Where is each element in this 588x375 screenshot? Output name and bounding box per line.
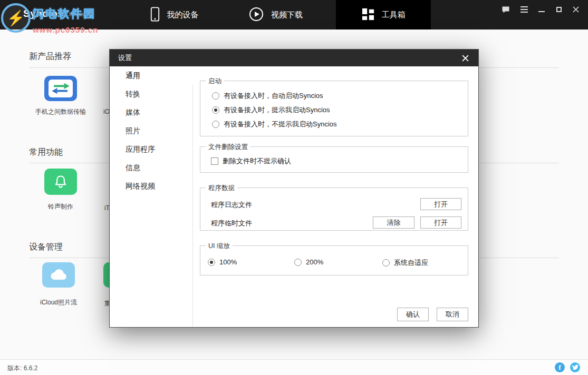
settings-dialog: 设置 通用 转换 媒体 照片 应用程序 信息 网络视频 启动 [109,49,479,328]
radio-icon[interactable] [212,92,219,100]
facebook-icon[interactable]: f [555,362,565,372]
minimize-button[interactable] [537,5,546,14]
grid-icon [362,8,374,22]
tab-my-device[interactable]: 我的设备 [126,0,223,29]
dialog-title: 设置 [118,53,132,63]
section-title-new-products: 新产品推荐 [29,51,71,62]
maximize-button[interactable] [554,5,564,14]
radio-icon[interactable] [382,259,390,267]
radio-icon[interactable] [212,121,219,128]
log-files-label: 程序日志文件 [211,200,252,210]
settings-nav-online-video[interactable]: 网络视频 [110,177,192,195]
tab-label: 视频下载 [271,10,303,20]
tab-toolbox[interactable]: 工具箱 [336,0,431,29]
radio-icon[interactable] [294,259,302,266]
tool-label: 手机之间数据传输 [28,107,93,116]
radio-auto-start[interactable]: 有设备接入时，自动启动Syncios [212,91,323,101]
dialog-close-icon[interactable] [460,53,470,63]
app-logo: Syncios [23,8,63,19]
radio-label: 有设备接入时，自动启动Syncios [224,91,323,101]
radio-label: 有设备接入时，不提示我启动Syncios [224,120,337,129]
tab-label: 工具箱 [382,10,406,20]
program-data-group: 程序数据 程序日志文件 打开 程序临时文件 清除 打开 [200,188,468,231]
settings-nav: 通用 转换 媒体 照片 应用程序 信息 网络视频 [110,66,193,327]
tool-label: iCloud照片流 [26,298,91,307]
radio-scale-100[interactable]: 100% [208,258,237,266]
dialog-titlebar: 设置 [110,50,478,66]
checkbox-no-confirm-delete[interactable]: 删除文件时不提示确认 [211,156,291,166]
radio-scale-auto[interactable]: 系统自适应 [382,258,428,268]
section-title-common-functions: 常用功能 [29,147,63,158]
app-edition: Ultimate [66,12,86,17]
open-temp-button[interactable]: 打开 [420,216,461,229]
twitter-icon[interactable] [570,362,580,372]
dialog-body: 通用 转换 媒体 照片 应用程序 信息 网络视频 启动 有设备接入时，自动启动S… [110,66,478,327]
open-log-button[interactable]: 打开 [420,198,461,210]
clear-temp-button[interactable]: 清除 [373,216,415,229]
hamburger-lines [520,6,528,13]
radio-prompt-start[interactable]: 有设备接入时，提示我启动Syncios [212,105,330,115]
section-title-device-management: 设备管理 [29,242,63,253]
ui-scale-group: UI 缩放 100% 200% 系统自适应 [200,245,468,275]
confirm-button[interactable]: 确认 [397,308,429,321]
settings-nav-general[interactable]: 通用 [110,66,192,85]
startup-group: 启动 有设备接入时，自动启动Syncios 有设备接入时，提示我启动Syncio… [200,81,468,136]
tool-icloud-photostream[interactable]: iCloud照片流 [26,262,91,307]
settings-content: 启动 有设备接入时，自动启动Syncios 有设备接入时，提示我启动Syncio… [193,66,478,327]
phone-icon [150,6,160,24]
tab-label: 我的设备 [167,10,199,20]
close-window-button[interactable] [571,5,581,14]
checkbox-label: 删除文件时不提示确认 [223,156,291,166]
radio-no-prompt-start[interactable]: 有设备接入时，不提示我启动Syncios [212,120,337,129]
checkbox-icon[interactable] [211,157,218,165]
radio-icon-checked[interactable] [212,106,219,114]
tool-label: 铃声制作 [28,202,93,211]
settings-nav-apps[interactable]: 应用程序 [110,140,192,159]
play-icon [249,7,264,23]
settings-nav-convert[interactable]: 转换 [110,85,192,103]
version-label: 版本: 6.6.2 [7,364,37,373]
program-data-legend: 程序数据 [206,184,237,193]
tool-phone-transfer[interactable]: 手机之间数据传输 [28,76,93,116]
menu-icon[interactable] [519,5,529,14]
cloud-icon [42,262,75,288]
settings-nav-media[interactable]: 媒体 [110,103,192,122]
app-window: Syncios Ultimate 我的设备 视频下载 工具箱 [0,0,588,375]
tool-ringtone-maker[interactable]: 铃声制作 [28,169,93,211]
temp-files-label: 程序临时文件 [211,219,252,228]
startup-legend: 启动 [206,77,224,86]
ui-scale-legend: UI 缩放 [206,242,233,251]
cancel-button[interactable]: 取消 [437,308,468,321]
radio-icon-checked[interactable] [208,259,215,266]
transfer-icon [44,76,77,101]
tab-video-download[interactable]: 视频下载 [226,0,326,29]
radio-label: 有设备接入时，提示我启动Syncios [224,105,330,115]
radio-label: 100% [219,258,237,266]
radio-label: 系统自适应 [394,258,428,268]
titlebar: Syncios Ultimate 我的设备 视频下载 工具箱 [0,0,588,29]
file-delete-legend: 文件删除设置 [206,143,250,152]
status-bar: 版本: 6.6.2 f [0,359,588,375]
bell-icon [44,169,77,195]
settings-nav-messages[interactable]: 信息 [110,159,192,177]
radio-label: 200% [306,258,323,266]
file-delete-group: 文件删除设置 删除文件时不提示确认 [200,146,468,173]
feedback-icon[interactable] [501,5,510,14]
settings-nav-photos[interactable]: 照片 [110,122,192,140]
radio-scale-200[interactable]: 200% [294,258,323,266]
